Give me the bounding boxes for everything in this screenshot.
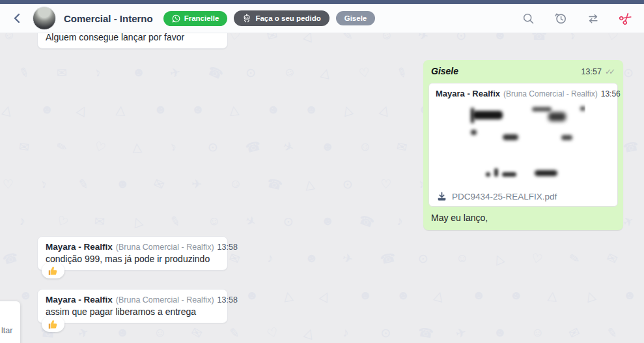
message-sender: Mayara - Realfix [46,295,113,305]
back-button[interactable] [9,10,26,27]
group-avatar[interactable] [33,7,56,30]
badge-label: Gisele [344,14,367,22]
message-sender-detail: (Bruna Comercial - Realfix) [116,243,214,252]
partial-menu-item-label: ltar [1,326,12,335]
quoted-time: 13:56 [601,89,621,98]
message-text: Alguem consegue lançar por favor [38,33,192,48]
message-bubble-partial-top: Alguem consegue lançar por favor [37,33,228,49]
message-header: Mayara - Realfix (Bruna Comercial - Real… [38,237,227,252]
badge-francielle[interactable]: Francielle [163,11,228,26]
message-header: Mayara - Realfix (Bruna Comercial - Real… [38,290,227,305]
message-text: assim que pagar liberamos a entrega [38,305,227,323]
thumbs-up-reaction[interactable] [42,316,64,332]
whatsapp-icon [172,14,180,23]
history-icon[interactable] [554,12,567,25]
search-icon[interactable] [522,12,535,25]
header-actions [522,12,632,25]
message-bubble-incoming: Mayara - Realfix (Bruna Comercial - Real… [37,236,228,271]
chat-message-area[interactable]: ☺✈⊙☻☎♪♡✉△✎☺✈⊙☻☎♪♡✉✎✉♪☻✈☎⊙☺△♡✎✉♪☻✈☎⊙☺△☻△△… [0,33,644,343]
pdf-attachment-link[interactable]: PDC9434-25-REALFIX.pdf [437,192,557,201]
message-sender-detail: (Bruna Comercial - Realfix) [116,295,214,305]
message-header: Gisele 13:57 ✓✓ [423,60,623,76]
bot-icon [242,14,251,23]
quoted-message-header: Mayara - Realfix (Bruna Comercial - Real… [429,83,617,98]
thumbs-up-reaction[interactable] [42,263,64,278]
partial-context-menu[interactable]: ltar [0,301,20,343]
thumbs-up-icon [48,265,59,276]
transfer-icon[interactable] [587,12,600,25]
badge-label: Francielle [184,14,219,22]
badge-gisele[interactable]: Gisele [336,11,376,25]
badge-faca-seu-pedido[interactable]: Faça o seu pedido [234,10,329,26]
quoted-sender: Mayara - Realfix [436,89,500,98]
download-icon [437,192,447,201]
message-text: condição 999, mas já pode ir produzindo [38,252,227,270]
attachment-preview-image[interactable] [462,101,585,188]
pdf-file-name: PDC9434-25-REALFIX.pdf [452,192,557,201]
double-check-icon: ✓✓ [605,67,615,76]
message-time: 13:58 [217,243,238,252]
message-bubble-outgoing: Gisele 13:57 ✓✓ Mayara - Realfix (Bruna … [423,60,623,230]
quoted-message-card[interactable]: Mayara - Realfix (Bruna Comercial - Real… [428,83,618,207]
chat-title: Comercial - Interno [64,13,153,24]
message-sender: Mayara - Realfix [46,242,113,252]
chevron-left-icon [11,12,24,25]
scissors-icon[interactable] [619,12,632,25]
message-time: 13:58 [217,295,238,305]
chat-header: Comercial - Interno Francielle Faça o se… [0,4,644,33]
message-sender: Gisele [431,66,458,76]
message-bubble-incoming: Mayara - Realfix (Bruna Comercial - Real… [37,289,228,323]
badge-label: Faça o seu pedido [255,14,320,22]
message-time: 13:57 [581,67,602,76]
message-text: May eu lanço, [423,207,623,230]
quoted-sender-detail: (Bruna Comercial - Realfix) [503,89,598,98]
thumbs-up-icon [48,319,59,330]
